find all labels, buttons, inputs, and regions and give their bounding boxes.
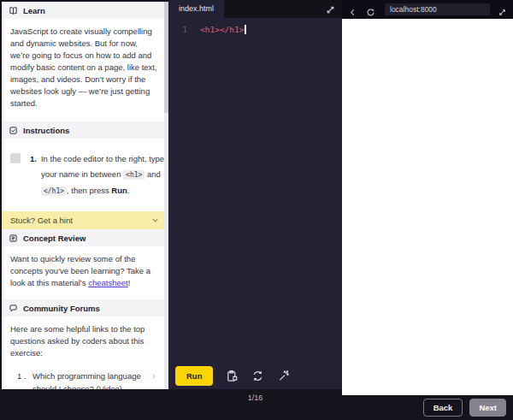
step-text-part: , then press [67,186,109,195]
hint-label: Stuck? Get a hint [10,216,73,225]
back-button[interactable]: Back [423,399,463,417]
editor-toolbar: Run [168,362,342,389]
step-text: In the code editor to the right, type yo… [41,151,168,199]
step-body: 1. In the code editor to the right, type… [30,151,168,199]
code-line: 1 <h1></h1> [168,25,342,34]
concept-review-text-end: ! [128,278,131,287]
hint-toggle[interactable]: Stuck? Get a hint [2,211,168,229]
editor-tab-bar: index.html [168,0,342,18]
text-cursor [245,25,246,34]
step-text-part: In the code editor to the right, type yo… [41,154,164,179]
step-checkbox[interactable] [10,153,21,163]
cheatsheet-link[interactable]: cheatsheet [88,278,127,287]
inline-code-h1-close: </h1> [41,186,67,196]
next-button[interactable]: Next [469,399,506,417]
code-editor-panel: index.html 1 <h1></h1> Run [168,0,342,389]
checkbox-check-icon [9,126,18,135]
line-number: 1 [168,26,187,34]
clipboard-icon[interactable] [226,370,239,382]
concept-review-header[interactable]: Concept Review [2,229,168,246]
footer-nav-buttons: Back Next [423,399,506,417]
question-text: Which programming language should I choo… [32,370,150,389]
book-icon [9,6,18,15]
address-text: localhost:8000 [390,5,437,14]
step-text-part: . [127,186,130,195]
learn-header-label: Learn [23,6,45,15]
step-number: 1. [30,151,37,199]
community-forums-header[interactable]: Community Forums [2,299,168,316]
code-text: <h1></h1> [200,25,244,34]
instruction-step: 1. In the code editor to the right, type… [10,151,158,199]
tab-index-html[interactable]: index.html [168,0,224,18]
instructions-header-label: Instructions [23,126,69,135]
tools-icon[interactable] [277,370,290,382]
document-icon [9,234,18,243]
editor-expand-icon[interactable] [325,3,336,15]
learn-paragraph: JavaScript to create visually compelling… [10,26,158,109]
concept-review-paragraph: Want to quickly review some of the conce… [10,253,158,289]
browser-preview-panel: localhost:8000 [342,0,513,395]
learning-panel: Learn JavaScript to create visually comp… [0,0,168,389]
browser-chrome: localhost:8000 [342,0,513,19]
run-button[interactable]: Run [175,366,213,386]
question-number: 1 . [17,370,32,382]
speech-bubble-icon [9,304,18,313]
preview-body [342,19,513,395]
forums-intro: Here are some helpful links to the top q… [10,323,158,359]
forum-question-row[interactable]: 1 . Which programming language should I … [17,370,158,389]
chevron-down-icon [150,216,160,225]
back-icon[interactable] [348,5,357,15]
learn-header[interactable]: Learn [2,2,168,19]
inline-code-h1-open: <h1> [123,170,144,180]
concept-review-header-label: Concept Review [23,234,86,243]
run-word-bold: Run [111,186,127,195]
refresh-icon[interactable] [366,5,375,15]
tab-label: index.html [179,4,214,13]
exercise-workspace: Learn JavaScript to create visually comp… [0,0,513,420]
instructions-header[interactable]: Instructions [2,121,168,139]
code-area[interactable]: 1 <h1></h1> [168,18,342,316]
exercise-pagination: 1/16 [168,393,342,402]
community-forums-header-label: Community Forums [23,304,100,313]
chevron-right-icon [150,372,158,381]
address-bar[interactable]: localhost:8000 [385,3,490,15]
preview-expand-icon[interactable] [498,5,507,15]
step-text-part: and [147,169,161,179]
reset-icon[interactable] [251,370,264,382]
